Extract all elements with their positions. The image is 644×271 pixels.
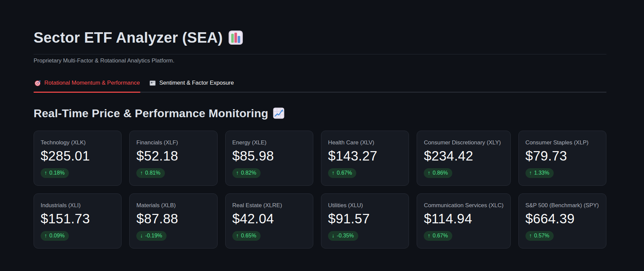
page-title-text: Sector ETF Analyzer (SEA) bbox=[34, 29, 223, 47]
metric-delta-badge: ↑ 0.67% bbox=[328, 168, 356, 178]
metric-card-xly: Consumer Discretionary (XLY) $234.42 ↑ 0… bbox=[417, 131, 510, 186]
metric-value: $114.94 bbox=[424, 211, 503, 226]
metric-value: $79.73 bbox=[525, 148, 599, 164]
metric-value: $52.18 bbox=[136, 148, 210, 164]
metric-delta-badge: ↑ 0.86% bbox=[424, 168, 452, 178]
delta-text: 0.67% bbox=[432, 233, 448, 239]
metric-value: $87.88 bbox=[136, 211, 210, 226]
metric-card-spy: S&P 500 (Benchmark) (SPY) $664.39 ↑ 0.57… bbox=[518, 193, 606, 249]
metric-label: Financials (XLF) bbox=[136, 139, 210, 146]
metric-card-xlc: Communication Services (XLC) $114.94 ↑ 0… bbox=[417, 193, 510, 249]
metric-value: $42.04 bbox=[232, 211, 306, 226]
metric-value: $143.27 bbox=[328, 148, 402, 164]
delta-text: 0.18% bbox=[49, 170, 64, 176]
metric-card-xle: Energy (XLE) $85.98 ↑ 0.82% bbox=[225, 131, 313, 186]
dart-target-icon bbox=[34, 80, 41, 87]
metric-value: $664.39 bbox=[525, 211, 599, 226]
bar-chart-emoji-icon bbox=[228, 30, 243, 45]
arrow-up-icon: ↑ bbox=[140, 170, 143, 176]
arrow-up-icon: ↑ bbox=[427, 233, 430, 239]
arrow-up-icon: ↑ bbox=[236, 233, 239, 239]
metric-card-xlk: Technology (XLK) $285.01 ↑ 0.18% bbox=[34, 131, 122, 186]
metric-value: $85.98 bbox=[232, 148, 306, 164]
metric-label: Real Estate (XLRE) bbox=[232, 202, 306, 209]
metric-value: $151.73 bbox=[41, 211, 114, 226]
arrow-up-icon: ↑ bbox=[44, 170, 47, 176]
metric-label: Energy (XLE) bbox=[232, 139, 306, 146]
metric-delta-badge: ↑ 0.67% bbox=[424, 231, 452, 241]
metric-card-xlp: Consumer Staples (XLP) $79.73 ↑ 1.33% bbox=[518, 131, 606, 186]
arrow-up-icon: ↑ bbox=[236, 170, 239, 176]
tab-rotational-momentum[interactable]: Rotational Momentum & Performance bbox=[34, 80, 140, 92]
delta-text: 1.33% bbox=[534, 170, 549, 176]
tab-label: Sentiment & Factor Exposure bbox=[159, 80, 234, 86]
delta-text: 0.81% bbox=[145, 170, 160, 176]
metric-card-xlu: Utilities (XLU) $91.57 ↓ -0.35% bbox=[321, 193, 409, 249]
arrow-up-icon: ↑ bbox=[44, 233, 47, 239]
arrow-up-icon: ↑ bbox=[529, 170, 532, 176]
newspaper-icon bbox=[149, 80, 156, 87]
metric-delta-badge: ↓ -0.35% bbox=[328, 231, 358, 241]
metric-label: Health Care (XLV) bbox=[328, 139, 402, 146]
metric-delta-badge: ↑ 0.09% bbox=[41, 231, 69, 241]
metric-label: Materials (XLB) bbox=[136, 202, 210, 209]
title-divider bbox=[34, 54, 606, 54]
metrics-grid: Technology (XLK) $285.01 ↑ 0.18% Financi… bbox=[34, 131, 606, 249]
metric-value: $234.42 bbox=[424, 148, 503, 164]
chart-increasing-emoji-icon bbox=[273, 107, 285, 119]
metric-delta-badge: ↑ 0.18% bbox=[41, 168, 69, 178]
delta-text: -0.19% bbox=[145, 233, 162, 239]
arrow-up-icon: ↑ bbox=[332, 170, 334, 176]
metric-label: Consumer Staples (XLP) bbox=[525, 139, 599, 146]
metric-card-xlv: Health Care (XLV) $143.27 ↑ 0.67% bbox=[321, 131, 409, 186]
tab-label: Rotational Momentum & Performance bbox=[44, 80, 140, 86]
delta-text: 0.09% bbox=[49, 233, 64, 239]
metric-delta-badge: ↓ -0.19% bbox=[136, 231, 167, 241]
delta-text: -0.35% bbox=[337, 233, 354, 239]
metric-label: Utilities (XLU) bbox=[328, 202, 402, 209]
delta-text: 0.86% bbox=[432, 170, 448, 176]
metric-delta-badge: ↑ 0.65% bbox=[232, 231, 261, 241]
section-heading: Real-Time Price & Performance Monitoring bbox=[34, 107, 606, 120]
arrow-down-icon: ↓ bbox=[140, 233, 143, 239]
arrow-up-icon: ↑ bbox=[427, 170, 430, 176]
page-title: Sector ETF Analyzer (SEA) bbox=[34, 29, 606, 47]
metric-label: Technology (XLK) bbox=[41, 139, 114, 146]
metric-card-xlb: Materials (XLB) $87.88 ↓ -0.19% bbox=[129, 193, 217, 249]
metric-value: $91.57 bbox=[328, 211, 402, 226]
delta-text: 0.67% bbox=[337, 170, 352, 176]
metric-delta-badge: ↑ 0.81% bbox=[136, 168, 165, 178]
metric-card-xlf: Financials (XLF) $52.18 ↑ 0.81% bbox=[129, 131, 217, 186]
metric-delta-badge: ↑ 1.33% bbox=[525, 168, 554, 178]
metric-label: S&P 500 (Benchmark) (SPY) bbox=[525, 202, 599, 209]
delta-text: 0.57% bbox=[534, 233, 549, 239]
arrow-up-icon: ↑ bbox=[529, 233, 532, 239]
tab-sentiment-factor[interactable]: Sentiment & Factor Exposure bbox=[148, 80, 234, 92]
app-subtitle: Proprietary Multi-Factor & Rotational An… bbox=[34, 57, 606, 64]
metric-value: $285.01 bbox=[41, 148, 114, 164]
metric-label: Industrials (XLI) bbox=[41, 202, 114, 209]
section-heading-text: Real-Time Price & Performance Monitoring bbox=[34, 107, 268, 120]
main-content: Sector ETF Analyzer (SEA) Proprietary Mu… bbox=[34, 0, 606, 249]
metric-delta-badge: ↑ 0.82% bbox=[232, 168, 261, 178]
metric-label: Consumer Discretionary (XLY) bbox=[424, 139, 503, 146]
metric-card-xlre: Real Estate (XLRE) $42.04 ↑ 0.65% bbox=[225, 193, 313, 249]
metric-card-xli: Industrials (XLI) $151.73 ↑ 0.09% bbox=[34, 193, 122, 249]
arrow-down-icon: ↓ bbox=[332, 233, 334, 239]
delta-text: 0.65% bbox=[241, 233, 256, 239]
metric-label: Communication Services (XLC) bbox=[424, 202, 503, 209]
delta-text: 0.82% bbox=[241, 170, 256, 176]
metric-delta-badge: ↑ 0.57% bbox=[525, 231, 554, 241]
tab-bar: Rotational Momentum & Performance Sentim… bbox=[34, 80, 606, 93]
